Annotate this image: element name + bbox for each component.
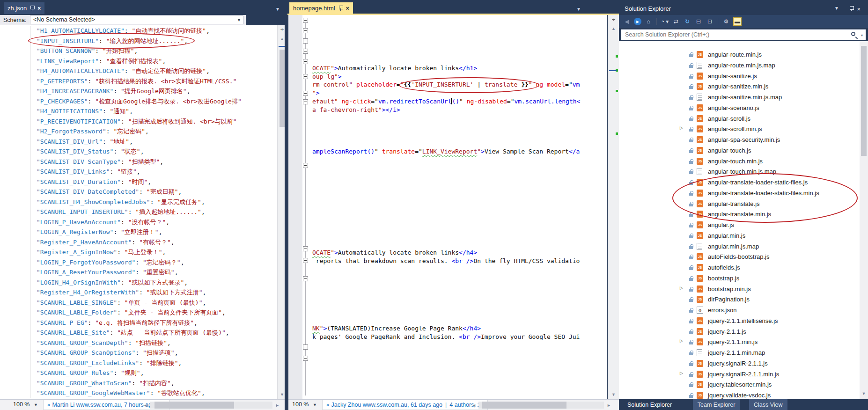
file-row[interactable]: angular-touch.min.js.map <box>619 167 860 177</box>
html-editor-vscrollbar[interactable]: ÷ ▲ ▼ <box>608 15 619 399</box>
file-row[interactable]: JSangular-spa-security.min.js <box>619 135 860 145</box>
file-tree[interactable]: JSangular-route.min.jsangular-route.min.… <box>619 41 860 399</box>
close-icon[interactable]: × <box>857 6 861 13</box>
fold-collapse-icon[interactable] <box>303 49 308 54</box>
code-line[interactable]: k pages' Google PageRank and Inclusion. … <box>312 333 580 341</box>
json-line[interactable]: "SCANLIST_DIV_Duration": "时间", <box>37 177 151 187</box>
file-row[interactable]: JSangular-translate.min.js <box>619 209 860 220</box>
code-line[interactable]: "> <box>312 89 320 97</box>
html-editor[interactable]: OCATE">Automatically locate broken links… <box>302 15 607 399</box>
fold-collapse-icon[interactable] <box>303 344 308 350</box>
json-line[interactable]: "Register_P_HaveAnAccount": "有帐号？", <box>37 237 175 248</box>
fold-collapse-icon[interactable] <box>303 38 308 44</box>
fold-collapse-icon[interactable] <box>303 74 308 79</box>
file-row[interactable]: JSjquery.tablesorter.min.js <box>619 380 860 390</box>
forward-icon[interactable]: ▶ <box>634 18 641 25</box>
fold-collapse-icon[interactable] <box>303 59 308 64</box>
json-line[interactable]: "H4_NOTIFICATIONS": "通知", <box>37 106 133 117</box>
json-line[interactable]: "LOGIN_P_ForgotYouPassword": "忘记密码？", <box>37 257 184 268</box>
hscrollbar-track[interactable] <box>478 402 604 409</box>
file-row[interactable]: angular-route.min.js.map <box>619 60 860 71</box>
tool-window-tab-solution-explorer[interactable]: Solution Explorer <box>623 399 677 410</box>
json-line[interactable]: "SCANURL_LABLE_Site": "站点 - 当前站点下所有页面 (最… <box>37 328 229 338</box>
expander-icon[interactable]: ▷ <box>680 338 683 343</box>
sync-with-active-document-icon[interactable]: ⇄ <box>672 17 680 26</box>
fold-collapse-icon[interactable] <box>303 91 308 96</box>
file-row[interactable]: ▷JSjquery.signalR-2.1.1.min.js <box>619 369 860 380</box>
home-icon[interactable]: ⌂ <box>644 17 653 26</box>
splitter-handle-icon[interactable]: ÷ <box>608 16 619 23</box>
schema-dropdown[interactable]: <No Schema Selected> ▼ <box>30 15 243 24</box>
codelens-indicator[interactable]: « Jacky Zhou www.ssw.com.au, 61 days ago… <box>322 400 488 410</box>
json-line[interactable]: "LOGIN_A_RegisterNow": "立即注册！", <box>37 227 162 237</box>
file-row[interactable]: JSautofields.js <box>619 263 860 273</box>
code-line[interactable]: efault" ng-click="vm.redirectToScanUrl()… <box>312 97 580 106</box>
json-line[interactable]: "SCANLIST_DIV_ScanType": "扫描类型", <box>37 157 163 167</box>
file-row[interactable]: ▷JSangular-scroll.min.js <box>619 124 860 134</box>
scroll-down-icon[interactable]: ▼ <box>608 392 619 397</box>
file-row[interactable]: angular.min.js.map <box>619 242 860 252</box>
json-line[interactable]: "BUTTON_SCANNOW": "开始扫描", <box>37 46 138 56</box>
json-line[interactable]: "SCANURL_GROUP_ScanDepth": "扫描链接", <box>37 338 171 348</box>
file-row[interactable]: angular-sanitize.min.js.map <box>619 92 860 102</box>
search-icon[interactable] <box>851 32 855 36</box>
json-editor[interactable]: "H1_AUTOMATICALLYLOCATE": "自动查找不能访问的链接",… <box>0 25 277 399</box>
tab-homepage-html[interactable]: homepage.html × <box>289 2 353 14</box>
file-row[interactable]: ▷JSjquery-2.1.1.min.js <box>619 337 860 347</box>
json-line[interactable]: "SCANURL_P_EG": "e.g. 将扫描当前路径下所有链接", <box>37 318 198 328</box>
tree-vscrollbar[interactable]: ▼ <box>860 41 868 399</box>
file-row[interactable]: JSangular-translate-loader-static-files.… <box>619 177 860 188</box>
code-line[interactable]: OCATE">Automatically locate broken links… <box>312 64 477 73</box>
json-line[interactable]: "P_GETREPORTS": "获得扫描结果的报表. <br>实时验证HTML… <box>37 76 236 87</box>
chevron-down-icon[interactable]: ▼ <box>34 403 38 407</box>
back-icon[interactable]: ◀ <box>623 17 631 26</box>
file-row[interactable]: JSdirPagination.js <box>619 294 860 305</box>
file-row[interactable]: JSjquery-2.1.1.intellisense.js <box>619 316 860 326</box>
json-line[interactable]: "H2_ForgotPassword": "忘记密码", <box>37 126 149 137</box>
file-row[interactable]: JSangular-route.min.js <box>619 50 860 60</box>
json-line[interactable]: "H4_INCREASEPAGERANK": "提升Google网页排名", <box>37 86 190 96</box>
collapse-all-icon[interactable]: ⊟ <box>694 17 703 26</box>
close-icon[interactable]: × <box>37 6 41 11</box>
pending-changes-filter-icon[interactable]: ◔ ▾ <box>661 17 669 26</box>
scroll-up-icon[interactable]: ▲ <box>608 26 619 31</box>
code-line[interactable]: a fa-chevron-right"></i> <box>312 106 400 114</box>
tab-overflow-chevron-icon[interactable]: ▼ <box>275 7 280 12</box>
json-line[interactable]: "SCANURL_GROUP_GoogleWebMaster": "谷歌站点优化… <box>37 388 205 398</box>
json-line[interactable]: "P_CHECKPAGES": "检查页面Google排名与收录. <br>改进… <box>37 96 242 107</box>
file-row[interactable]: JSjquery-2.1.1.js <box>619 327 860 337</box>
json-line[interactable]: "INPUT_INSERTURL": "输入您的网站地址......", <box>37 36 188 46</box>
json-line[interactable]: "SCANURL_LABLE_Folder": "文件夹 - 当前文件夹下所有页… <box>37 308 226 318</box>
file-row[interactable]: ▷JSbootstrap.min.js <box>619 284 860 294</box>
chevron-down-icon[interactable]: ▾ <box>861 33 863 37</box>
file-row[interactable]: JSangular.js <box>619 220 860 230</box>
json-line[interactable]: "SCANURL_GROUP_WhatToScan": "扫描内容", <box>37 378 175 388</box>
zoom-level[interactable]: 100 % <box>13 401 29 408</box>
fold-collapse-icon[interactable] <box>303 28 308 33</box>
window-position-chevron-icon[interactable]: ▼ <box>834 6 839 11</box>
file-row[interactable]: JSangular-touch.js <box>619 146 860 156</box>
json-line[interactable]: "SCANURL_INPUT_INSERTURL": "插入起始地址......… <box>37 207 205 217</box>
file-row[interactable]: JSangular-translate-loader-static-files.… <box>619 188 860 198</box>
scroll-left-icon[interactable]: ◄ <box>472 403 476 408</box>
file-row[interactable]: JSjquery.signalR-2.1.1.js <box>619 359 860 369</box>
hscrollbar-thumb[interactable] <box>154 402 234 409</box>
json-line[interactable]: "H1_AUTOMATICALLYLOCATE": "自动查找不能访问的链接", <box>37 26 210 36</box>
settings-wrench-icon[interactable]: ⚙ <box>722 17 730 26</box>
fold-collapse-icon[interactable] <box>303 356 308 361</box>
json-line[interactable]: "LINK_ViewReport": "查看样例扫描报表", <box>37 56 166 66</box>
json-line[interactable]: "SCANLIST_DIV_DateCompleted": "完成日期", <box>37 187 182 197</box>
file-row[interactable]: JSangular-scenario.js <box>619 103 860 113</box>
preview-selected-items-icon[interactable]: ▬ <box>733 17 742 26</box>
json-line[interactable]: "SCANURL_GROUP_Rules": "规则", <box>37 368 144 378</box>
json-line[interactable]: "SCANLIST_DIV_Links": "链接", <box>37 167 140 177</box>
tool-window-tab-team-explorer[interactable]: Team Explorer <box>693 399 740 410</box>
file-row[interactable]: JSangular-sanitize.min.js <box>619 81 860 92</box>
pin-icon[interactable] <box>30 6 34 11</box>
file-row[interactable]: {}errors.json <box>619 305 860 315</box>
code-line[interactable]: oup-lg"> <box>312 73 342 81</box>
json-line[interactable]: "SCANURL_GROUP_ExcludeLinks": "排除链接", <box>37 358 182 368</box>
file-row[interactable]: JSangular-sanitize.js <box>619 71 860 81</box>
hscrollbar-track[interactable] <box>150 402 272 409</box>
fold-collapse-icon[interactable] <box>303 258 308 263</box>
